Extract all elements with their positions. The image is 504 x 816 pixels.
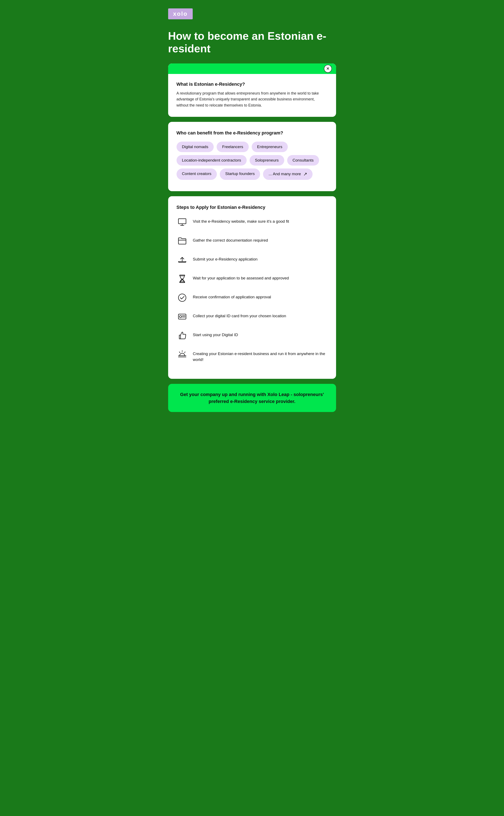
sunrise-icon xyxy=(177,349,188,360)
info-card-body: A revolutionary program that allows entr… xyxy=(177,90,328,108)
close-button[interactable]: ✕ xyxy=(324,65,332,73)
tag-location-independent[interactable]: Location-independent contractors xyxy=(177,155,247,165)
svg-point-9 xyxy=(179,316,182,318)
tags-row-3: Content creators Startup founders ... An… xyxy=(177,168,328,180)
logo-box: xolo xyxy=(168,8,193,19)
checkmark-icon xyxy=(177,292,188,303)
tag-startup-founders[interactable]: Startup founders xyxy=(220,168,260,180)
steps-title: Steps to Apply for Estonian e-Residency xyxy=(177,205,328,210)
step-3-text: Submit your e-Residency application xyxy=(193,254,258,263)
logo-text: xolo xyxy=(173,10,188,17)
step-5-text: Receive confirmation of application appr… xyxy=(193,292,271,300)
cta-text: Get your company up and running with Xol… xyxy=(177,391,328,405)
tag-entrepreneurs[interactable]: Entrepreneurs xyxy=(252,141,288,152)
info-card-title: What is Estonian e-Residency? xyxy=(177,81,328,87)
hourglass-icon xyxy=(177,273,188,285)
page-title: How to become an Estonian e-resident xyxy=(168,30,336,55)
thumbs-up-icon xyxy=(177,330,188,341)
upload-icon xyxy=(177,254,188,266)
monitor-icon xyxy=(177,217,188,228)
tag-and-many-more[interactable]: ... And many more ↗ xyxy=(263,168,312,180)
step-8: Creating your Estonian e-resident busine… xyxy=(177,349,328,363)
tags-row-1: Digital nomads Freelancers Entrepreneurs xyxy=(177,141,328,152)
green-top-bar: ✕ xyxy=(168,63,336,74)
svg-point-7 xyxy=(178,294,186,302)
step-2: Gather the correct documentation require… xyxy=(177,235,328,247)
tag-freelancers[interactable]: Freelancers xyxy=(217,141,249,152)
step-1: Visit the e-Residency website, make sure… xyxy=(177,217,328,228)
folder-icon xyxy=(177,235,188,247)
id-card-icon xyxy=(177,311,188,322)
steps-card: Steps to Apply for Estonian e-Residency … xyxy=(168,196,336,379)
tag-content-creators[interactable]: Content creators xyxy=(177,168,217,180)
step-6-text: Collect your digital ID card from your c… xyxy=(193,311,286,319)
cursor-icon: ↗ xyxy=(303,171,307,177)
step-2-text: Gather the correct documentation require… xyxy=(193,235,268,244)
step-7-text: Start using your Digital ID xyxy=(193,330,238,338)
step-8-text: Creating your Estonian e-resident busine… xyxy=(193,349,328,363)
tag-digital-nomads[interactable]: Digital nomads xyxy=(177,141,214,152)
tags-row-2: Location-independent contractors Solopre… xyxy=(177,155,328,165)
svg-rect-5 xyxy=(180,275,185,276)
info-card: ✕ What is Estonian e-Residency? A revolu… xyxy=(168,63,336,117)
tag-consultants[interactable]: Consultants xyxy=(287,155,319,165)
step-7: Start using your Digital ID xyxy=(177,330,328,341)
svg-rect-0 xyxy=(178,219,186,224)
svg-line-14 xyxy=(185,352,185,353)
benefit-question: Who can benefit from the e-Residency pro… xyxy=(177,130,328,136)
step-4: Wait for your application to be assessed… xyxy=(177,273,328,285)
step-1-text: Visit the e-Residency website, make sure… xyxy=(193,217,289,225)
cta-banner[interactable]: Get your company up and running with Xol… xyxy=(168,384,336,412)
step-4-text: Wait for your application to be assessed… xyxy=(193,273,289,281)
step-3: Submit your e-Residency application xyxy=(177,254,328,266)
svg-line-13 xyxy=(179,352,180,353)
step-5: Receive confirmation of application appr… xyxy=(177,292,328,303)
tag-solopreneurs[interactable]: Solopreneurs xyxy=(250,155,284,165)
benefit-card: Who can benefit from the e-Residency pro… xyxy=(168,122,336,191)
step-6: Collect your digital ID card from your c… xyxy=(177,311,328,322)
